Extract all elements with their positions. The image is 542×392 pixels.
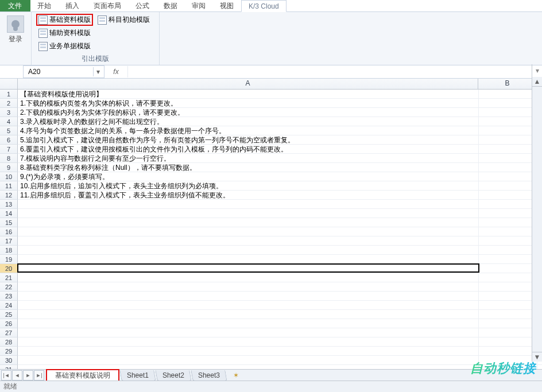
table-row[interactable]: 19 [0,255,542,264]
sheet-nav-next[interactable]: ► [23,370,33,381]
select-all-corner[interactable] [0,79,18,89]
sheet-tab-active[interactable]: 基础资料模版说明 [46,369,119,382]
row-header[interactable]: 29 [0,347,18,356]
table-row[interactable]: 16 [0,227,542,236]
cell-a[interactable]: 8.基础资料类字段名称列标注（Null），请不要填写数据。 [18,163,479,172]
table-row[interactable]: 20 [0,264,542,273]
cell-a[interactable] [18,200,479,209]
cell-b[interactable] [479,108,537,117]
table-row[interactable]: 28 [0,337,542,347]
row-header[interactable]: 18 [0,246,18,255]
table-row[interactable]: 25 [0,310,542,319]
sheet-nav-prev[interactable]: ◄ [12,370,22,381]
tab-formulas[interactable]: 公式 [129,0,157,11]
cell-b[interactable] [479,292,537,301]
cell-a[interactable] [18,292,479,301]
table-row[interactable]: 29 [0,347,542,356]
table-row[interactable]: 22 [0,282,542,292]
cell-b[interactable] [479,145,537,154]
table-row[interactable]: 76.覆盖引入模式下，建议使用按模板引出的文件作为引入模板，序号列的内码不能更改… [0,145,542,154]
table-row[interactable]: 24 [0,301,542,310]
vertical-scrollbar[interactable]: ▲ ▼ [532,77,542,362]
cell-a[interactable] [18,301,479,310]
cell-b[interactable] [479,246,537,255]
row-header[interactable]: 26 [0,319,18,328]
cell-b[interactable] [479,328,537,337]
cell-b[interactable] [479,99,537,108]
cell-a[interactable] [18,227,479,236]
sheet-nav-first[interactable]: |◄ [1,370,11,381]
tab-view[interactable]: 视图 [213,0,241,11]
sheet-tab-1[interactable]: Sheet1 [119,370,156,381]
cell-b[interactable] [479,172,537,181]
cell-a[interactable]: 10.启用多组织后，追加引入模式下，表头主业务组织列为必填项。 [18,181,479,191]
row-header[interactable]: 21 [0,273,18,282]
cell-a[interactable]: 4.序号为每个页签数据之间的关系，每一条分录数据使用一个序号。 [18,126,479,135]
sheet-tab-2[interactable]: Sheet2 [155,370,191,381]
cell-a[interactable]: 6.覆盖引入模式下，建议使用按模板引出的文件作为引入模板，序号列的内码不能更改。 [18,145,479,154]
table-row[interactable]: 1110.启用多组织后，追加引入模式下，表头主业务组织列为必填项。 [0,181,542,191]
table-row[interactable]: 98.基础资料类字段名称列标注（Null），请不要填写数据。 [0,163,542,172]
cell-a[interactable]: 7.模板说明内容与数据行之间要有至少一行空行。 [18,154,479,163]
row-header[interactable]: 5 [0,126,18,135]
tab-home[interactable]: 开始 [30,0,59,11]
cell-a[interactable]: 2.下载的模板内列名为实体字段的标识，请不要更改。 [18,108,479,117]
row-header[interactable]: 30 [0,356,18,365]
sheet-tab-3[interactable]: Sheet3 [191,370,227,381]
table-row[interactable]: 15 [0,218,542,227]
cell-a[interactable] [18,337,479,347]
table-row[interactable]: 30 [0,356,542,365]
table-row[interactable]: 109.(*)为必录项，必须要填写。 [0,172,542,181]
row-header[interactable]: 20 [0,264,18,273]
row-header[interactable]: 28 [0,337,18,347]
row-header[interactable]: 16 [0,227,18,236]
row-header[interactable]: 7 [0,145,18,154]
row-header[interactable]: 10 [0,172,18,181]
cell-b[interactable] [479,200,537,209]
row-header[interactable]: 23 [0,292,18,301]
row-header[interactable]: 6 [0,135,18,145]
user-icon[interactable] [7,15,24,33]
cell-b[interactable] [479,117,537,126]
name-box[interactable]: A20 ▾ [23,65,104,78]
row-header[interactable]: 4 [0,117,18,126]
row-header[interactable]: 11 [0,181,18,191]
cell-a[interactable] [18,282,479,292]
cell-b[interactable] [479,154,537,163]
table-row[interactable]: 21 [0,273,542,282]
table-row[interactable]: 54.序号为每个页签数据之间的关系，每一条分录数据使用一个序号。 [0,126,542,135]
column-header-a[interactable]: A [18,79,478,89]
cell-b[interactable] [479,310,537,319]
cell-a[interactable]: 11.启用多组织后，覆盖引入模式下，表头主业务组织列值不能更改。 [18,191,479,200]
cell-a[interactable]: 1.下载的模板内页签名为实体的标识，请不要更改。 [18,99,479,108]
row-header[interactable]: 17 [0,236,18,246]
table-row[interactable]: 26 [0,319,542,328]
cell-a[interactable] [18,209,479,218]
row-header[interactable]: 9 [0,163,18,172]
formula-input[interactable] [127,66,542,77]
chevron-down-icon[interactable]: ▾ [93,67,103,76]
cell-b[interactable] [479,227,537,236]
cell-b[interactable] [479,163,537,172]
cell-b[interactable] [479,301,537,310]
btn-subject-template[interactable]: 科目初始模版 [95,14,153,26]
cell-b[interactable] [479,273,537,282]
cell-b[interactable] [479,337,537,347]
scroll-up-icon[interactable]: ▲ [532,77,542,87]
table-row[interactable]: 87.模板说明内容与数据行之间要有至少一行空行。 [0,154,542,163]
cell-a[interactable] [18,218,479,227]
row-header[interactable]: 3 [0,108,18,117]
cell-b[interactable] [479,135,537,145]
row-header[interactable]: 24 [0,301,18,310]
row-header[interactable]: 8 [0,154,18,163]
cell-b[interactable] [479,218,537,227]
cell-b[interactable] [479,319,537,328]
new-sheet-icon[interactable]: ✶ [230,371,242,380]
cell-a[interactable] [18,264,479,273]
tab-review[interactable]: 审阅 [185,0,213,11]
cell-b[interactable] [479,90,537,99]
table-row[interactable]: 27 [0,328,542,337]
table-row[interactable]: 23 [0,292,542,301]
row-header[interactable]: 13 [0,200,18,209]
cell-b[interactable] [479,191,537,200]
